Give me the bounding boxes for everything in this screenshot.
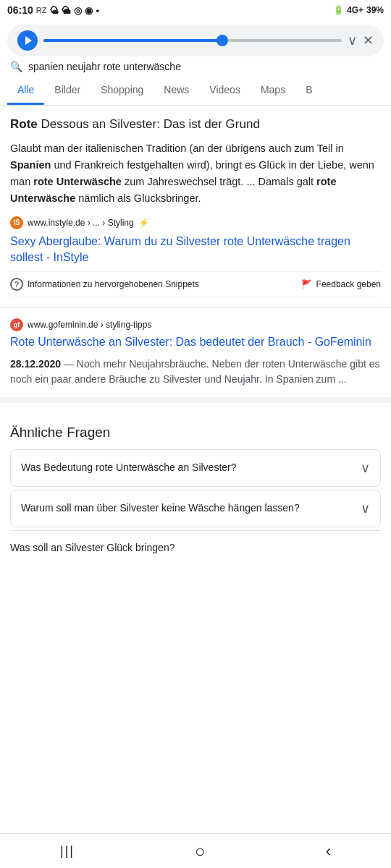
status-left: 06:10 RZ 🌤 🌥 ◎ ◉ • xyxy=(7,4,99,16)
bottom-nav: ||| ○ ‹ xyxy=(0,833,391,868)
tab-bilder[interactable]: Bilder xyxy=(44,77,91,105)
aehnliche-fragen-section: Ähnliche Fragen Was Bedeutung rote Unter… xyxy=(0,403,391,556)
icon3: ◎ xyxy=(74,5,82,16)
faq-chevron-2: ∨ xyxy=(361,501,370,516)
main-content: Rote Dessous an Silvester: Das ist der G… xyxy=(0,106,391,397)
nav-back-button[interactable]: ‹ xyxy=(311,836,345,867)
featured-source-row: IS www.instyle.de › ... › Styling ⚡ xyxy=(10,216,381,229)
search-query[interactable]: spanien neujahr rote unterwäsche xyxy=(28,61,381,72)
close-icon[interactable]: ✕ xyxy=(363,33,374,48)
featured-title: Rote Dessous an Silvester: Das ist der G… xyxy=(10,116,381,133)
icon2: 🌥 xyxy=(62,5,71,16)
gofeminin-favicon: gf xyxy=(10,318,23,331)
tab-news[interactable]: News xyxy=(154,77,199,105)
faq-question-1: Was Bedeutung rote Unterwäsche an Silves… xyxy=(21,461,361,475)
status-bar: 06:10 RZ 🌤 🌥 ◎ ◉ • 🔋 4G+ 39% xyxy=(0,0,391,20)
play-button[interactable] xyxy=(17,30,38,51)
tab-more[interactable]: B xyxy=(295,77,322,105)
faq-chevron-1: ∨ xyxy=(361,460,370,476)
tab-videos[interactable]: Videos xyxy=(199,77,251,105)
info-question-icon: ? xyxy=(10,278,23,291)
search-icon: 🔍 xyxy=(10,61,22,72)
instyle-link[interactable]: Sexy Aberglaube: Warum du zu Silvester r… xyxy=(10,234,381,266)
search-input-row: 🔍 spanien neujahr rote unterwäsche xyxy=(0,61,391,77)
aehnliche-section: Ähnliche Fragen Was Bedeutung rote Unter… xyxy=(10,413,381,556)
tab-alle[interactable]: Alle xyxy=(7,77,44,105)
carrier-icon: 🌤 xyxy=(49,5,59,16)
audio-thumb[interactable] xyxy=(216,35,228,46)
aehnliche-title: Ähnliche Fragen xyxy=(10,425,381,441)
audio-fill xyxy=(43,39,222,42)
lightning-icon: ⚡ xyxy=(138,218,149,228)
faq-question-3-partial: Was soll an Silvester Glück bringen? xyxy=(10,542,175,553)
feedback-icon: 🚩 xyxy=(301,279,312,289)
search-tabs: Alle Bilder Shopping News Videos Maps B xyxy=(0,77,391,106)
dot-icon: • xyxy=(96,5,99,16)
nav-home-button[interactable]: ○ xyxy=(180,835,220,867)
battery-icon: 🔋 xyxy=(333,5,344,15)
tab-shopping[interactable]: Shopping xyxy=(91,77,154,105)
tab-maps[interactable]: Maps xyxy=(251,77,295,105)
signal-label: 4G+ xyxy=(347,5,363,15)
gofeminin-desc-text: — Noch mehr Neujahrsbräuche. Neben der r… xyxy=(10,358,380,385)
featured-body: Glaubt man der italienischen Tradition (… xyxy=(10,140,381,208)
info-text: Informationen zu hervorgehobenen Snippet… xyxy=(28,279,297,289)
gofeminin-result: gf www.gofeminin.de › styling-tipps Rote… xyxy=(10,308,381,396)
instyle-path: www.instyle.de › ... › Styling xyxy=(28,218,134,228)
status-time: 06:10 xyxy=(7,4,33,16)
gofeminin-path: www.gofeminin.de › styling-tipps xyxy=(28,320,151,330)
feedback-text[interactable]: Feedback geben xyxy=(316,279,381,289)
nav-menu-button[interactable]: ||| xyxy=(46,838,89,864)
gofeminin-source-row: gf www.gofeminin.de › styling-tipps xyxy=(10,318,381,331)
section-divider xyxy=(0,397,391,403)
gofeminin-desc: 28.12.2020 — Noch mehr Neujahrsbräuche. … xyxy=(10,357,381,387)
chevron-down-icon[interactable]: ∨ xyxy=(348,33,357,48)
icon4: ◉ xyxy=(85,5,93,16)
featured-snippet: Rote Dessous an Silvester: Das ist der G… xyxy=(10,116,381,297)
status-right: 🔋 4G+ 39% xyxy=(333,5,384,15)
carrier-label: RZ xyxy=(36,6,47,14)
faq-item-2[interactable]: Warum soll man über Silvester keine Wäsc… xyxy=(10,490,381,527)
info-row: ? Informationen zu hervorgehobenen Snipp… xyxy=(10,271,381,297)
gofeminin-link[interactable]: Rote Unterwäsche an Silvester: Das bedeu… xyxy=(10,334,381,350)
search-audio-bar[interactable]: ∨ ✕ xyxy=(7,25,384,56)
instyle-favicon: IS xyxy=(10,216,23,229)
battery-label: 39% xyxy=(366,5,384,15)
faq-item-1[interactable]: Was Bedeutung rote Unterwäsche an Silves… xyxy=(10,449,381,487)
faq-item-3-partial[interactable]: Was soll an Silvester Glück bringen? xyxy=(10,530,381,556)
faq-question-2: Warum soll man über Silvester keine Wäsc… xyxy=(21,501,361,516)
audio-track[interactable] xyxy=(43,39,342,42)
